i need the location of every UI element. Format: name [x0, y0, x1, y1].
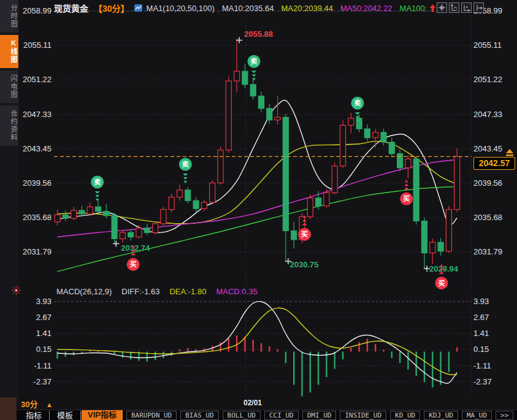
svg-text:卖: 卖 — [354, 99, 361, 107]
axis-tick-label: 2055.11 — [473, 40, 515, 50]
ma20-value: MA20:2039.44 — [281, 4, 333, 13]
ma50-value: MA50:2042.22 — [340, 4, 393, 13]
kline-chart-canvas[interactable]: 2055.882032.742030.752029.94卖买卖卖买卖买买 — [54, 7, 472, 293]
axis-tick-label: 2031.79 — [18, 247, 52, 257]
macd-header: MACD(26,12,9) DIFF:-1.63 DEA:-1.80 MACD:… — [56, 286, 258, 296]
price-annotation: 2029.94 — [429, 264, 459, 273]
indicator-tab-3[interactable]: VIP指标 — [82, 410, 123, 420]
chart-type-sidebar: 分时图K线图闪电图合约资料 — [0, 0, 18, 400]
axis-tick-label: 2043.45 — [18, 144, 52, 154]
crosshair-icon[interactable] — [437, 2, 447, 13]
axis-tick-label: 2055.11 — [18, 40, 52, 50]
period-label[interactable]: 30分 — [21, 400, 37, 409]
period-up-triangle-icon: ▲ — [46, 401, 53, 408]
buy-signal-marker: 买 — [400, 180, 413, 205]
axis-tick-label: 2058.99 — [18, 6, 52, 16]
axis-pan-right-icon[interactable] — [473, 2, 484, 13]
sidebar-tab-4[interactable]: 合约资料 — [0, 105, 18, 146]
axis-tick-label: 2039.56 — [473, 178, 515, 188]
price-eject-icon — [504, 149, 515, 157]
grid — [54, 7, 472, 293]
macd-macd-value: MACD:0.35 — [216, 287, 257, 296]
more-indicators-tab[interactable]: >> — [496, 411, 513, 420]
ma-lines — [58, 100, 458, 272]
sidebar-tab-2[interactable]: K线图 — [0, 35, 18, 68]
indicator-tab-5[interactable]: BIAS_UD — [180, 411, 218, 420]
current-price-tag: 2042.57 — [473, 157, 515, 170]
macd-dea-value: DEA:-1.80 — [169, 287, 206, 296]
indicator-tab-12[interactable]: MA_UD — [462, 411, 492, 420]
macd-line-dea — [58, 308, 458, 375]
extreme-cross-markers — [113, 37, 430, 272]
price-annotation: 2030.75 — [290, 260, 319, 269]
indicator-tab-1[interactable]: 指标 — [18, 411, 50, 420]
sidebar-tab-3[interactable]: 闪电图 — [0, 71, 18, 103]
axis-tick-label: 2051.22 — [18, 75, 52, 85]
corner-decoration — [0, 397, 17, 420]
indicator-tab-10[interactable]: KD_UD — [390, 411, 420, 420]
indicator-tab-4[interactable]: BARUPDN_UD — [126, 411, 177, 420]
axis-tick-label: 2047.33 — [473, 110, 515, 120]
ma100-value: MA100: — [400, 4, 427, 13]
period-badge: 【30分】 — [94, 2, 129, 14]
indicator-tabbar: 指标模板VIP指标BARUPDN_UDBIAS_UDBOLL_UDCCI_UDD… — [0, 410, 517, 420]
kline-chart-icon — [134, 4, 143, 12]
macd-chart-canvas[interactable] — [54, 298, 472, 397]
chart-header: 现货黄金 【30分】 MA1(10,20,50,100) MA10:2035.6… — [54, 2, 440, 14]
axis-tick-label: -1.11 — [18, 361, 52, 371]
trading-terminal: 分时图K线图闪电图合约资料 现货黄金 【30分】 MA1(10,20,50,10… — [0, 0, 517, 420]
price-up-arrow-icon — [429, 4, 437, 13]
macd-line-diff — [58, 302, 458, 384]
ma10-value: MA10:2035.64 — [222, 4, 274, 13]
svg-text:卖: 卖 — [182, 160, 189, 168]
x-axis-date-label: 02/01 — [243, 399, 262, 407]
macd-diff-value: DIFF:-1.63 — [121, 287, 159, 296]
axis-tick-label: 2031.79 — [473, 247, 515, 257]
svg-text:卖: 卖 — [94, 178, 101, 186]
axis-tick-label: 1.41 — [18, 329, 52, 338]
symbol-title: 现货黄金 — [54, 2, 88, 14]
axis-tick-label: -2.37 — [18, 377, 52, 387]
axis-zoom-right-icon[interactable] — [461, 2, 472, 13]
axis-tick-label: 2.67 — [18, 313, 52, 323]
period-selector[interactable]: 30分 ▲ — [21, 398, 53, 410]
axis-tick-label: 0.15 — [473, 345, 515, 354]
price-annotation: 2032.74 — [121, 243, 150, 253]
axis-tick-label: -1.11 — [473, 361, 515, 371]
axis-tick-label: -2.37 — [473, 377, 515, 387]
svg-text:买: 买 — [301, 231, 308, 238]
indicator-tab-6[interactable]: BOLL_UD — [223, 411, 261, 420]
indicator-tab-7[interactable]: CCI_UD — [264, 411, 299, 420]
indicator-tab-2[interactable]: 模板 — [50, 411, 81, 420]
candlesticks — [55, 39, 460, 269]
sell-signal-marker: 卖 — [91, 175, 104, 201]
svg-text:买: 买 — [403, 195, 410, 202]
axis-tick-label: 2051.22 — [473, 75, 515, 85]
axis-tick-label: 0.15 — [18, 345, 52, 354]
axis-tick-label: 2039.56 — [18, 178, 52, 188]
axis-tick-label: 3.93 — [473, 297, 515, 307]
axis-tick-label: 2.67 — [473, 313, 515, 323]
chart-toolbar — [437, 2, 484, 13]
indicator-settings-icon[interactable] — [12, 286, 21, 295]
indicator-tab-8[interactable]: DMI_UD — [302, 411, 337, 420]
axis-tick-label: 2047.33 — [18, 110, 52, 120]
axis-tick-label: 3.93 — [18, 297, 52, 307]
ma-settings-label[interactable]: MA1(10,20,50,100) — [147, 4, 215, 13]
axis-tick-label: 1.41 — [473, 329, 515, 338]
indicator-tab-9[interactable]: INSIDE_UD — [340, 411, 386, 420]
sell-signal-marker: 卖 — [179, 158, 192, 183]
svg-text:买: 买 — [130, 261, 137, 268]
axis-zoom-up-icon[interactable] — [449, 2, 459, 13]
macd-title[interactable]: MACD(26,12,9) — [56, 287, 112, 296]
axis-tick-label: 2035.68 — [18, 213, 52, 223]
svg-text:卖: 卖 — [251, 57, 258, 65]
axis-tick-label: 2035.68 — [473, 213, 515, 223]
macd-histogram — [58, 335, 458, 396]
sell-signal-marker: 卖 — [248, 55, 261, 81]
price-annotation: 2055.88 — [244, 29, 273, 39]
sidebar-tab-1[interactable]: 分时图 — [0, 0, 18, 32]
indicator-tab-11[interactable]: KDJ_UD — [424, 411, 458, 420]
svg-text:买: 买 — [438, 280, 445, 287]
